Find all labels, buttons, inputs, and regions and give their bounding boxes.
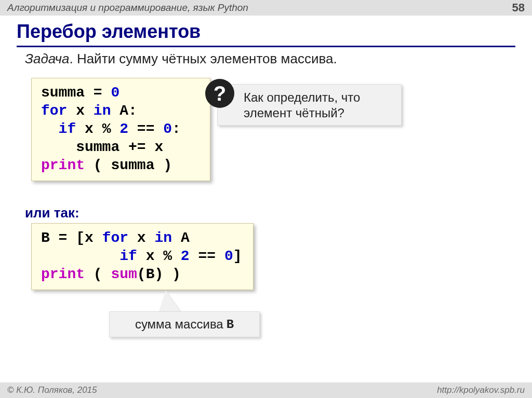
code-text: x %	[76, 121, 119, 137]
code-keyword: if	[119, 248, 137, 264]
code-text: B = [x	[41, 230, 102, 246]
code-text: x	[128, 230, 154, 246]
footer-bar: © К.Ю. Поляков, 2015 http://kpolyakov.sp…	[0, 382, 532, 398]
code-text: ( summa )	[85, 157, 172, 173]
callout-mono: B	[223, 318, 234, 332]
code-text	[41, 248, 119, 264]
code-text: 2	[119, 121, 128, 137]
code-keyword: for	[41, 103, 67, 119]
page-number: 58	[512, 1, 525, 15]
code-text: x	[67, 103, 93, 119]
or-label: или так:	[25, 205, 79, 221]
task-text: . Найти сумму чётных элементов массива.	[69, 51, 337, 66]
code-text: summa	[41, 85, 85, 101]
question-text: Как определить, что элемент чётный?	[244, 90, 360, 120]
code-text: ==	[190, 248, 224, 264]
code-text: (B) )	[137, 266, 181, 282]
footer-url: http://kpolyakov.spb.ru	[437, 385, 525, 395]
footer-copyright: © К.Ю. Поляков, 2015	[7, 385, 97, 395]
task-line: Задача. Найти сумму чётных элементов мас…	[25, 51, 337, 67]
header-title: Алгоритмизация и программирование, язык …	[7, 2, 248, 13]
code-text: =	[85, 85, 111, 101]
code-text: 0	[163, 121, 172, 137]
code-text: ]	[233, 248, 242, 264]
code-text: A:	[111, 103, 137, 119]
code-fn: print	[41, 157, 85, 173]
code-keyword: in	[94, 103, 111, 119]
code-text: 0	[111, 85, 119, 101]
code-text: A	[172, 230, 190, 246]
code-text: x %	[137, 248, 181, 264]
slide: Алгоритмизация и программирование, язык …	[0, 0, 532, 398]
code-text	[41, 121, 59, 137]
code-text: summa += x	[41, 139, 163, 155]
code-keyword: if	[59, 121, 76, 137]
code-keyword: for	[102, 230, 128, 246]
question-callout: Как определить, что элемент чётный?	[217, 84, 402, 126]
callout-pointer	[158, 291, 181, 312]
question-icon: ?	[205, 79, 234, 108]
code-text: 0	[224, 248, 233, 264]
code-keyword: in	[154, 230, 172, 246]
code-text: :	[172, 121, 181, 137]
page-title: Перебор элементов	[17, 21, 515, 47]
callout-text: сумма массива	[135, 317, 223, 332]
code-text: ==	[128, 121, 163, 137]
task-label: Задача	[25, 51, 69, 66]
header-bar: Алгоритмизация и программирование, язык …	[0, 0, 532, 16]
code-text: (	[85, 266, 111, 282]
code-fn: print	[41, 266, 85, 282]
code-text: 2	[181, 248, 190, 264]
code-block-1: summa = 0 for x in A: if x % 2 == 0: sum…	[31, 78, 210, 181]
code-block-2: B = [x for x in A if x % 2 == 0] print (…	[31, 223, 254, 290]
code-fn: sum	[111, 266, 137, 282]
question-mark: ?	[214, 82, 226, 105]
sum-callout: сумма массива B	[109, 311, 260, 337]
